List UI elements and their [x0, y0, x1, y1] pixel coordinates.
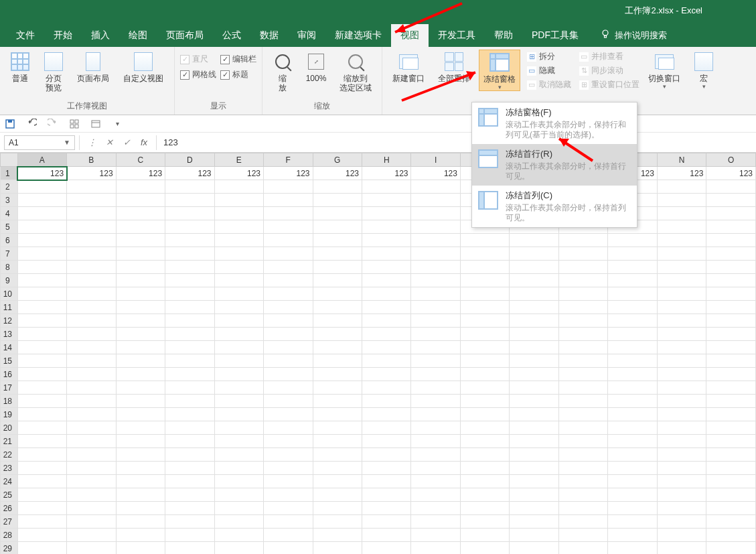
cell[interactable]	[558, 261, 607, 274]
cell[interactable]	[17, 180, 66, 194]
cell[interactable]	[214, 341, 263, 354]
column-header[interactable]: C	[116, 153, 165, 167]
cell[interactable]	[214, 261, 263, 274]
cell[interactable]	[313, 368, 362, 381]
column-header[interactable]: A	[17, 153, 66, 167]
cell[interactable]	[264, 207, 313, 220]
cell[interactable]	[460, 515, 509, 529]
cell[interactable]	[411, 194, 460, 207]
cell[interactable]	[313, 247, 362, 261]
cell[interactable]	[411, 314, 460, 328]
cell[interactable]	[411, 421, 460, 435]
cell[interactable]	[17, 234, 66, 247]
cell[interactable]	[706, 529, 756, 542]
cell[interactable]	[608, 408, 657, 421]
row-header[interactable]: 13	[1, 328, 18, 341]
formula-bar-checkbox[interactable]: ✓编辑栏	[220, 54, 256, 65]
cell[interactable]	[362, 448, 411, 462]
cell[interactable]	[214, 207, 263, 220]
tab-home[interactable]: 开始	[44, 24, 82, 47]
cell[interactable]	[706, 274, 756, 287]
tab-review[interactable]: 审阅	[288, 24, 325, 47]
tab-developer[interactable]: 开发工具	[429, 24, 485, 47]
cell[interactable]	[313, 435, 362, 448]
cell[interactable]	[214, 287, 263, 301]
cell[interactable]	[116, 421, 165, 435]
cell[interactable]: 123	[116, 167, 165, 180]
cell[interactable]	[313, 220, 362, 234]
cell[interactable]	[460, 502, 509, 515]
cell[interactable]	[510, 274, 558, 287]
cell[interactable]	[657, 287, 706, 301]
cell[interactable]	[165, 247, 214, 261]
cell[interactable]	[67, 542, 116, 555]
cell[interactable]	[67, 301, 116, 314]
cell[interactable]	[362, 421, 411, 435]
cell[interactable]	[214, 301, 263, 314]
cell[interactable]	[362, 234, 411, 247]
cell[interactable]	[608, 287, 657, 301]
cell[interactable]	[116, 408, 165, 421]
cell[interactable]	[264, 314, 313, 328]
cell[interactable]	[362, 408, 411, 421]
save-button[interactable]	[4, 118, 16, 130]
row-header[interactable]: 3	[1, 194, 18, 207]
cell[interactable]	[706, 328, 756, 341]
cell[interactable]	[460, 368, 509, 381]
cell[interactable]	[17, 448, 66, 462]
cell[interactable]	[657, 234, 706, 247]
cell[interactable]	[313, 529, 362, 542]
cell[interactable]	[116, 502, 165, 515]
cell[interactable]	[657, 462, 706, 475]
cell[interactable]	[313, 515, 362, 529]
cell[interactable]	[116, 341, 165, 354]
cell[interactable]	[460, 408, 509, 421]
cell[interactable]	[264, 261, 313, 274]
cell[interactable]	[116, 207, 165, 220]
cell[interactable]	[214, 381, 263, 395]
cell[interactable]	[67, 448, 116, 462]
new-window-button[interactable]: 新建窗口	[388, 50, 429, 83]
cell[interactable]	[214, 395, 263, 408]
cell[interactable]	[558, 515, 607, 529]
cell[interactable]	[116, 542, 165, 555]
cell[interactable]	[411, 247, 460, 261]
cell[interactable]	[362, 462, 411, 475]
cell[interactable]	[264, 341, 313, 354]
cell[interactable]	[460, 381, 509, 395]
cell[interactable]	[214, 529, 263, 542]
cell[interactable]	[214, 220, 263, 234]
column-header[interactable]: H	[362, 153, 411, 167]
cell[interactable]	[657, 542, 706, 555]
cell[interactable]	[362, 328, 411, 341]
cell[interactable]	[17, 247, 66, 261]
cell[interactable]	[706, 515, 756, 529]
cell[interactable]: 123	[657, 167, 706, 180]
cell[interactable]	[165, 368, 214, 381]
cell[interactable]	[608, 488, 657, 502]
cell[interactable]	[608, 234, 657, 247]
cell[interactable]	[17, 194, 66, 207]
cell[interactable]	[460, 274, 509, 287]
cell[interactable]	[264, 515, 313, 529]
cell[interactable]: 123	[165, 167, 214, 180]
cell[interactable]	[264, 421, 313, 435]
cell[interactable]	[657, 328, 706, 341]
cell[interactable]	[17, 341, 66, 354]
cell[interactable]	[165, 261, 214, 274]
cell[interactable]	[608, 448, 657, 462]
cell[interactable]	[214, 314, 263, 328]
cell[interactable]	[67, 368, 116, 381]
cell[interactable]	[67, 381, 116, 395]
cell[interactable]	[657, 502, 706, 515]
row-header[interactable]: 11	[1, 301, 18, 314]
cell[interactable]	[657, 381, 706, 395]
cell[interactable]	[116, 354, 165, 368]
cell[interactable]	[264, 274, 313, 287]
cell[interactable]	[608, 435, 657, 448]
split-button[interactable]: ⊞拆分	[527, 51, 571, 62]
cell[interactable]	[264, 328, 313, 341]
cell[interactable]	[362, 515, 411, 529]
headings-checkbox[interactable]: ✓标题	[220, 69, 256, 80]
cell[interactable]	[558, 341, 607, 354]
